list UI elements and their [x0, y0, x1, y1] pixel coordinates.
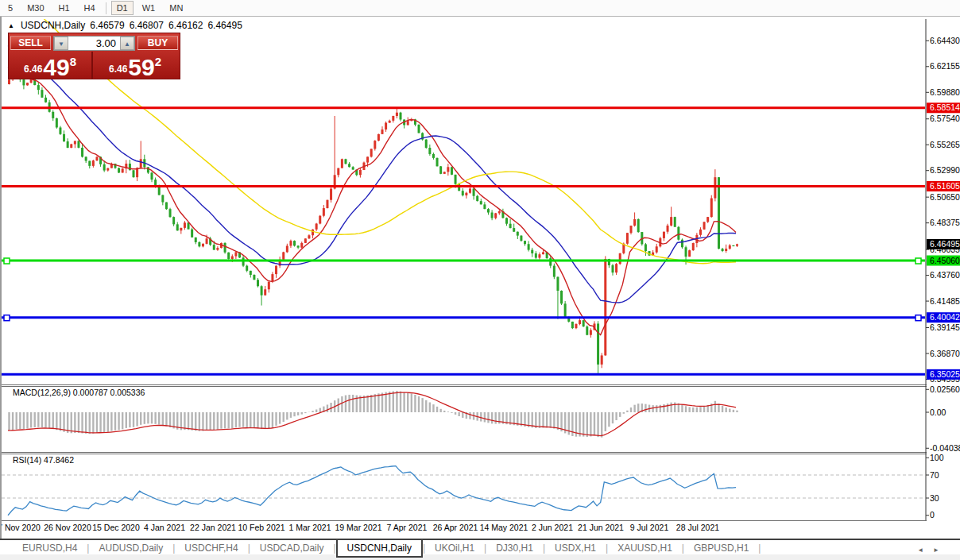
svg-text:6.48375: 6.48375 — [930, 218, 960, 227]
tab-scroll-left-icon[interactable]: ◄ — [917, 546, 933, 554]
one-click-trading-panel: SELL ▼ ▲ BUY 6.46 49 8 6.46 59 2 — [8, 33, 180, 79]
svg-text:6.36870: 6.36870 — [930, 349, 960, 358]
svg-text:10 Feb 2021: 10 Feb 2021 — [238, 523, 285, 532]
macd-label: MACD(12,26,9) 0.000787 0.005336 — [13, 388, 145, 397]
svg-text:6.57540: 6.57540 — [930, 114, 960, 123]
svg-text:4 Jan 2021: 4 Jan 2021 — [144, 523, 185, 532]
svg-text:0: 0 — [930, 510, 935, 519]
svg-text:1 Mar 2021: 1 Mar 2021 — [288, 523, 331, 532]
svg-text:6.58514: 6.58514 — [930, 102, 960, 112]
timeframe-button-M30[interactable]: M30 — [21, 1, 49, 15]
volume-increase-icon[interactable]: ▲ — [120, 37, 134, 50]
timeframe-toolbar: 5M30H1H4D1W1MN — [0, 0, 960, 17]
tab-USDX-H1[interactable]: USDX,H1 — [545, 540, 606, 556]
timeframe-button-MN[interactable]: MN — [164, 1, 188, 15]
ask-price-big: 59 — [128, 57, 154, 78]
ask-price-sup: 2 — [155, 55, 161, 68]
svg-text:6.64430: 6.64430 — [930, 36, 960, 45]
bid-price-sup: 8 — [70, 55, 76, 68]
svg-text:7 Nov 2020: 7 Nov 2020 — [2, 523, 41, 532]
ohlc-close: 6.46495 — [207, 20, 242, 31]
svg-text:6.46495: 6.46495 — [930, 239, 960, 249]
sell-button[interactable]: SELL — [10, 36, 51, 50]
tabbar-strip — [0, 554, 960, 560]
tab-separator: | — [758, 540, 761, 556]
svg-text:6.52990: 6.52990 — [930, 165, 960, 175]
tab-USDCHF-H4[interactable]: USDCHF,H4 — [175, 540, 247, 556]
volume-stepper: ▼ ▲ — [53, 36, 135, 51]
svg-text:22 Jan 2021: 22 Jan 2021 — [190, 523, 236, 532]
svg-text:6.51605: 6.51605 — [930, 181, 960, 191]
ask-price-small: 6.46 — [109, 64, 127, 75]
svg-text:6.35025: 6.35025 — [930, 369, 960, 379]
bid-price-big: 49 — [43, 57, 69, 78]
collapse-panel-icon[interactable]: ▲ — [8, 22, 14, 29]
bid-price[interactable]: 6.46 49 8 — [9, 52, 93, 79]
tab-USDCNH-Daily[interactable]: USDCNH,Daily — [336, 540, 423, 558]
svg-text:6.50650: 6.50650 — [930, 192, 960, 202]
date-axis: 7 Nov 202026 Nov 202015 Dec 20204 Jan 20… — [2, 523, 719, 532]
timeframe-button-W1[interactable]: W1 — [137, 1, 161, 15]
svg-text:6.62155: 6.62155 — [930, 61, 960, 71]
svg-text:0.00: 0.00 — [930, 407, 946, 417]
svg-text:6.59880: 6.59880 — [930, 87, 960, 97]
tab-GBPUSD-H1[interactable]: GBPUSD,H1 — [684, 540, 758, 556]
svg-text:26 Nov 2020: 26 Nov 2020 — [44, 523, 91, 532]
svg-text:6.43760: 6.43760 — [930, 270, 960, 280]
svg-text:19 Mar 2021: 19 Mar 2021 — [335, 523, 382, 532]
timeframe-button-H4[interactable]: H4 — [79, 1, 101, 15]
tab-USDCAD-Daily[interactable]: USDCAD,Daily — [250, 540, 334, 556]
symbol-info-bar: ▲ USDCNH,Daily 6.46579 6.46807 6.46162 6… — [8, 20, 242, 31]
tab-scroll-right-icon[interactable]: ► — [933, 546, 949, 554]
svg-text:9 Jul 2021: 9 Jul 2021 — [630, 523, 669, 532]
svg-text:14 May 2021: 14 May 2021 — [480, 523, 528, 532]
ask-price[interactable]: 6.46 59 2 — [93, 52, 177, 79]
buy-button[interactable]: BUY — [137, 36, 178, 50]
timeframe-button-5[interactable]: 5 — [2, 1, 18, 15]
svg-text:7 Apr 2021: 7 Apr 2021 — [387, 523, 428, 532]
ohlc-open: 6.46579 — [90, 20, 124, 31]
bid-price-small: 6.46 — [24, 64, 42, 75]
svg-text:2 Jun 2021: 2 Jun 2021 — [532, 523, 573, 532]
timeframe-button-D1[interactable]: D1 — [111, 1, 134, 15]
symbol-label: USDCNH,Daily — [21, 20, 85, 31]
price-axis: 6.644306.621556.598806.575406.552656.529… — [926, 17, 960, 539]
svg-text:21 Jun 2021: 21 Jun 2021 — [578, 523, 624, 532]
tab-XAUUSD-H1[interactable]: XAUUSD,H1 — [608, 540, 682, 556]
svg-text:6.55265: 6.55265 — [930, 140, 960, 149]
tab-UKOil-H1[interactable]: UKOil,H1 — [425, 540, 484, 556]
svg-text:-0.04038: -0.04038 — [930, 443, 960, 453]
ohlc-low: 6.46162 — [168, 20, 203, 31]
toolbar-separator — [106, 2, 106, 14]
tab-AUDUSD-Daily[interactable]: AUDUSD,Daily — [89, 540, 172, 556]
svg-text:70: 70 — [930, 470, 939, 480]
chart-window: 6.644306.621556.598806.575406.552656.529… — [0, 17, 960, 539]
tab-EURUSD-H4[interactable]: EURUSD,H4 — [13, 540, 87, 556]
rsi-label: RSI(14) 47.8462 — [13, 455, 74, 465]
svg-text:30: 30 — [930, 493, 939, 503]
chart-tab-bar: EURUSD,H4|AUDUSD,Daily|USDCHF,H4|USDCAD,… — [0, 539, 960, 560]
svg-text:28 Jul 2021: 28 Jul 2021 — [676, 523, 719, 532]
volume-input[interactable] — [68, 37, 120, 50]
svg-text:100: 100 — [930, 453, 944, 462]
svg-text:6.45060: 6.45060 — [930, 256, 960, 265]
volume-decrease-icon[interactable]: ▼ — [54, 37, 68, 50]
svg-text:26 Apr 2021: 26 Apr 2021 — [433, 523, 478, 532]
price-chart[interactable]: 6.644306.621556.598806.575406.552656.529… — [2, 17, 960, 539]
svg-text:6.40042: 6.40042 — [930, 312, 960, 322]
svg-text:15 Dec 2020: 15 Dec 2020 — [92, 523, 140, 532]
svg-text:6.39145: 6.39145 — [930, 322, 960, 332]
tab-DJ30-H1[interactable]: DJ30,H1 — [486, 540, 543, 556]
svg-text:0.025609: 0.025609 — [930, 384, 960, 394]
timeframe-button-H1[interactable]: H1 — [53, 1, 75, 15]
ohlc-high: 6.46807 — [130, 20, 164, 31]
svg-text:6.41485: 6.41485 — [930, 296, 960, 306]
